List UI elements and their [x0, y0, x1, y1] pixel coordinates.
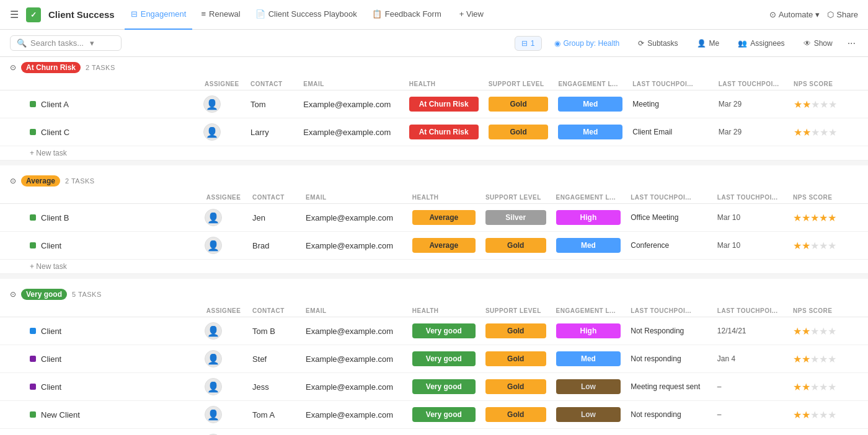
star-filled: ★: [802, 213, 810, 223]
tab-label: Engagement: [141, 9, 187, 19]
task-name-label: Client: [41, 382, 61, 392]
star-empty: ★: [828, 240, 836, 251]
star-empty: ★: [828, 99, 837, 110]
new-task-label[interactable]: + New task: [0, 146, 868, 160]
star-empty: ★: [828, 127, 837, 138]
table-row[interactable]: Client 👤 Brad Example@example.com Averag…: [0, 232, 868, 260]
star-empty: ★: [828, 382, 836, 392]
tab-feedback[interactable]: 📋Feedback Form: [366, 0, 448, 30]
touchpoint2-cell: Mar 29: [714, 90, 789, 118]
task-name-label: Client: [41, 241, 61, 250]
table-wrapper-verygood: ASSIGNEE CONTACT EMAIL HEALTH SUPPORT LE…: [0, 305, 868, 435]
table-row[interactable]: Client 👤 Jess Example@example.com Very g…: [0, 373, 868, 401]
col-header-touchpoint1: LAST TOUCHPOI...: [627, 78, 714, 90]
table-head-verygood: ASSIGNEE CONTACT EMAIL HEALTH SUPPORT LE…: [0, 305, 868, 317]
table-row[interactable]: Client 👤 Tom B Example@example.com Very …: [0, 317, 868, 345]
col-header-contact: CONTACT: [246, 78, 298, 90]
support-badge: Gold: [485, 351, 546, 366]
task-name-cell[interactable]: Client: [0, 232, 200, 260]
engagement-badge: Med: [556, 238, 621, 253]
task-name-cell[interactable]: Client: [0, 345, 200, 373]
group-toggle-churn[interactable]: ⊙: [10, 63, 16, 72]
engagement-badge: High: [556, 210, 621, 225]
task-name-cell[interactable]: New Client: [0, 401, 200, 429]
health-badge: At Churn Risk: [409, 125, 479, 139]
automate-button[interactable]: ⊙ Automate ▾: [769, 10, 820, 19]
col-header-email: EMAIL: [298, 78, 404, 90]
table-average: ASSIGNEE CONTACT EMAIL HEALTH SUPPORT LE…: [0, 191, 868, 274]
table-row[interactable]: Client B 👤 Jen Example@example.com Avera…: [0, 204, 868, 232]
nps-stars: ★★★★★: [793, 240, 863, 252]
contact-cell: Jess: [247, 373, 301, 401]
email-cell: Example@example.com: [301, 345, 407, 373]
assignee-cell: 👤: [200, 401, 247, 429]
subtasks-button[interactable]: ⟳ Subtasks: [632, 37, 684, 50]
group-toggle-verygood[interactable]: ⊙: [10, 290, 16, 299]
nps-stars: ★★★★★: [794, 126, 863, 138]
task-name-cell[interactable]: Test: [0, 429, 200, 436]
menu-icon[interactable]: ☰: [10, 9, 19, 20]
table-churn: ASSIGNEE CONTACT EMAIL HEALTH SUPPORT LE…: [0, 78, 868, 160]
col-header-touchpoint1: LAST TOUCHPOI...: [626, 191, 712, 204]
table-row[interactable]: Client A 👤 Tom Example@example.com At Ch…: [0, 90, 868, 118]
table-row[interactable]: Client 👤 Stef Example@example.com Very g…: [0, 345, 868, 373]
new-task-label[interactable]: + New task: [0, 260, 868, 274]
engagement-badge: Med: [558, 97, 622, 112]
task-name-cell[interactable]: Client B: [0, 204, 200, 232]
me-button[interactable]: 👤 Me: [691, 37, 726, 50]
group-by-button[interactable]: ◉ Group by: Health: [548, 37, 626, 50]
star-empty: ★: [828, 326, 836, 336]
star-empty: ★: [828, 354, 836, 364]
group-average: ⊙ Average 2 TASKS ASSIGNEE CONTACT EMAIL…: [0, 170, 868, 279]
task-dot: [30, 411, 36, 418]
table-row[interactable]: New Client 👤 Tom A Example@example.com V…: [0, 401, 868, 429]
health-cell: At Churn Risk: [404, 118, 484, 146]
star-filled: ★: [802, 127, 811, 138]
engagement-badge: Med: [556, 351, 621, 366]
tab-engagement[interactable]: ⊟Engagement: [125, 0, 193, 30]
col-header-support: SUPPORT LEVEL: [484, 78, 554, 90]
share-button[interactable]: ⬡ Share: [827, 10, 858, 19]
support-cell: Gold: [480, 232, 551, 260]
group-header-average: ⊙ Average 2 TASKS: [0, 170, 868, 191]
table-row[interactable]: Client C 👤 Larry Example@example.com At …: [0, 118, 868, 146]
group-toggle-average[interactable]: ⊙: [10, 177, 16, 185]
star-filled: ★: [828, 213, 836, 223]
header-right: ⊙ Automate ▾ ⬡ Share: [769, 10, 858, 19]
new-task-row[interactable]: + New task: [0, 260, 868, 274]
automate-icon: ⊙: [769, 10, 776, 19]
task-name-cell[interactable]: Client C: [0, 118, 198, 146]
col-header-support: SUPPORT LEVEL: [480, 191, 551, 204]
filter-button[interactable]: ⊟ 1: [515, 36, 542, 51]
tab-renewal[interactable]: ≡Renewal: [195, 0, 246, 30]
group-divider: [0, 160, 868, 165]
show-button[interactable]: 👁 Show: [797, 37, 839, 50]
task-name-cell[interactable]: Client A: [0, 90, 198, 118]
more-options-button[interactable]: ···: [845, 38, 858, 49]
task-dot: [30, 356, 36, 362]
table-wrapper-average: ASSIGNEE CONTACT EMAIL HEALTH SUPPORT LE…: [0, 191, 868, 274]
nps-cell: ★★★★★: [788, 373, 868, 401]
task-name-label: Client B: [41, 213, 69, 222]
star-empty: ★: [820, 127, 828, 138]
touchpoint1-cell: Conference: [626, 232, 712, 260]
tab-playbook[interactable]: 📄Client Success Playbook: [249, 0, 363, 30]
star-filled: ★: [819, 213, 828, 223]
new-task-row[interactable]: + New task: [0, 146, 868, 160]
nps-cell: ★★★★★: [788, 232, 868, 260]
nps-stars: ★★★★★: [793, 353, 863, 365]
table-row[interactable]: Test 👤 Jessica B Example@example.com Ver…: [0, 429, 868, 436]
col-header-engagement: ENGAGEMENT L...: [553, 78, 627, 90]
touchpoint1-cell: Client Email: [627, 118, 714, 146]
col-header-name: [0, 78, 198, 90]
group-label: Group by: Health: [564, 39, 620, 48]
task-name-cell[interactable]: Client: [0, 373, 200, 401]
task-name-cell[interactable]: Client: [0, 317, 200, 345]
support-cell: Gold: [480, 401, 551, 429]
email-cell: Example@example.com: [298, 90, 404, 118]
group-divider: [0, 274, 868, 279]
search-box[interactable]: 🔍 Search tasks... ▾: [10, 35, 122, 51]
tab-view[interactable]: + View: [450, 0, 490, 30]
filter-icon: ⊟: [521, 39, 528, 48]
assignees-button[interactable]: 👥 Assignees: [732, 37, 790, 50]
